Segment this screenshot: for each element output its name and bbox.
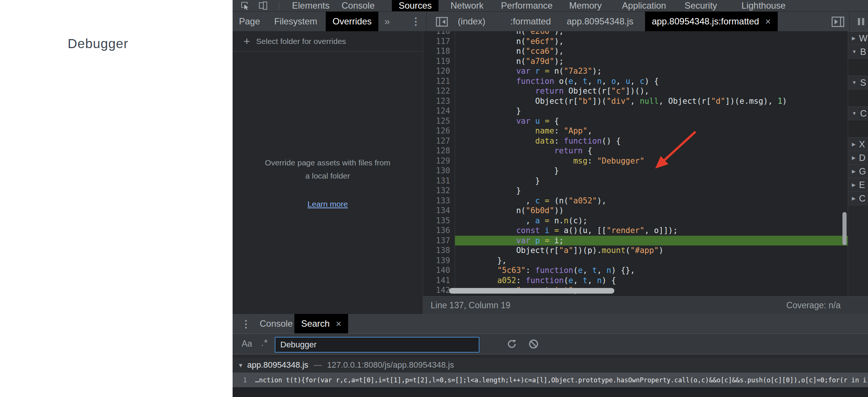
line-content[interactable]: } bbox=[455, 186, 848, 196]
line-content[interactable]: msg: "Debugger" bbox=[455, 156, 848, 166]
line-content[interactable]: , c = (n("a052"), bbox=[455, 196, 848, 206]
more-menu-icon[interactable]: ⋮ bbox=[411, 15, 421, 27]
line-content[interactable]: } bbox=[455, 166, 848, 176]
device-toolbar-icon[interactable] bbox=[259, 1, 268, 10]
learn-more-link[interactable]: Learn more bbox=[307, 200, 348, 208]
line-number[interactable]: 129 bbox=[423, 156, 455, 166]
line-number[interactable]: 138 bbox=[423, 245, 455, 256]
line-content[interactable]: n("e6cf"), bbox=[455, 36, 848, 47]
line-number[interactable]: 120 bbox=[423, 66, 455, 76]
line-number[interactable]: 121 bbox=[423, 76, 455, 86]
line-content[interactable]: n("e260"), bbox=[455, 31, 848, 36]
line-content[interactable]: var r = n("7a23"); bbox=[455, 66, 848, 76]
line-content[interactable]: const i = a()(u, [["render", o]]); bbox=[455, 226, 848, 236]
drawer-menu-icon[interactable]: ⋮ bbox=[241, 318, 251, 330]
sidebar-section-s-2[interactable]: ▼S bbox=[848, 76, 868, 89]
line-number[interactable]: 117 bbox=[423, 36, 455, 47]
close-icon[interactable]: × bbox=[336, 319, 341, 329]
line-content[interactable]: return Object(r["c"])(), bbox=[455, 86, 848, 96]
line-content[interactable]: n("a79d"); bbox=[455, 56, 848, 67]
nav-tab-filesystem[interactable]: Filesystem bbox=[268, 12, 324, 31]
refresh-icon[interactable] bbox=[507, 339, 517, 349]
line-number[interactable]: 134 bbox=[423, 206, 455, 216]
sidebar-section-c-8[interactable]: ▶C bbox=[848, 192, 868, 205]
tab-elements[interactable]: Elements bbox=[285, 0, 336, 11]
line-number[interactable]: 132 bbox=[423, 186, 455, 196]
line-number[interactable]: 118 bbox=[423, 46, 455, 56]
line-content[interactable]: var u = { bbox=[455, 116, 848, 126]
line-number[interactable]: 124 bbox=[423, 106, 455, 116]
close-icon[interactable]: × bbox=[765, 17, 771, 26]
sidebar-section-w-0[interactable]: ▶W bbox=[848, 32, 868, 45]
file-tab-index[interactable]: (index) bbox=[451, 12, 492, 31]
nav-tab-page[interactable]: Page bbox=[232, 12, 267, 31]
expand-triangle-icon[interactable]: ▼ bbox=[238, 362, 243, 368]
line-number[interactable]: 140 bbox=[423, 265, 455, 276]
tab-security[interactable]: Security bbox=[678, 0, 724, 11]
tab-network[interactable]: Network bbox=[444, 0, 490, 11]
tab-memory[interactable]: Memory bbox=[563, 0, 609, 11]
line-number[interactable]: 136 bbox=[423, 226, 455, 236]
tab-sources[interactable]: Sources bbox=[392, 0, 439, 11]
pause-script-icon[interactable] bbox=[856, 12, 868, 31]
line-number[interactable]: 123 bbox=[423, 96, 455, 106]
match-case-toggle[interactable]: Aa bbox=[242, 339, 252, 349]
line-content[interactable]: , a = n.n(c); bbox=[455, 216, 848, 226]
file-tab-app-80954348-js[interactable]: app.80954348.js bbox=[560, 12, 640, 31]
line-content[interactable]: a052: function(e, t, n) { bbox=[455, 276, 848, 286]
clear-icon[interactable] bbox=[528, 339, 539, 349]
line-content[interactable]: } bbox=[455, 106, 848, 116]
line-number[interactable]: 125 bbox=[423, 116, 455, 126]
line-content[interactable]: } bbox=[455, 176, 848, 186]
drawer-tab-search[interactable]: Search× bbox=[294, 314, 348, 333]
line-content[interactable]: function o(e, t, n, o, u, c) { bbox=[455, 76, 848, 86]
drawer-tab-console[interactable]: Console bbox=[253, 314, 299, 333]
nav-tab-overrides[interactable]: Overrides bbox=[326, 12, 378, 31]
line-content[interactable]: Object(r["b"])("div", null, Object(r["d"… bbox=[455, 96, 848, 106]
sidebar-section-x-4[interactable]: ▶X bbox=[848, 138, 868, 151]
line-number[interactable]: 130 bbox=[423, 166, 455, 176]
search-result-file-row[interactable]: ▼ app.80954348.js — 127.0.0.1:8080/js/ap… bbox=[233, 358, 868, 373]
sidebar-section-g-6[interactable]: ▶G bbox=[848, 165, 868, 178]
horizontal-scrollbar[interactable] bbox=[449, 288, 614, 294]
tab-performance[interactable]: Performance bbox=[494, 0, 559, 11]
show-sidebar-icon[interactable] bbox=[832, 17, 844, 27]
tab-console[interactable]: Console bbox=[335, 0, 381, 11]
line-content[interactable]: n("6b0d")) bbox=[455, 206, 848, 216]
tab-application[interactable]: Application bbox=[615, 0, 673, 11]
line-content[interactable]: return { bbox=[455, 146, 848, 156]
collapse-panel-icon[interactable] bbox=[436, 17, 448, 27]
line-content[interactable]: Object(r["a"])(p).mount("#app") bbox=[455, 245, 848, 256]
search-input[interactable] bbox=[275, 337, 479, 353]
sidebar-section-b-1[interactable]: ▼B bbox=[848, 45, 868, 59]
line-number[interactable]: 127 bbox=[423, 136, 455, 146]
inspect-element-icon[interactable] bbox=[240, 1, 250, 10]
line-number[interactable]: 119 bbox=[423, 56, 455, 67]
regex-toggle[interactable]: .* bbox=[261, 338, 268, 348]
line-number[interactable]: 122 bbox=[423, 86, 455, 96]
line-number[interactable]: 126 bbox=[423, 126, 455, 136]
tab-lighthouse[interactable]: Lighthouse bbox=[735, 0, 792, 11]
vertical-scrollbar[interactable] bbox=[842, 212, 847, 245]
line-number[interactable]: 116 bbox=[423, 31, 455, 36]
search-result-match-row[interactable]: 1 …nction t(t){for(var r,c,a=t[0],i=t[1]… bbox=[233, 373, 868, 387]
line-content[interactable]: data: function() { bbox=[455, 136, 848, 146]
sidebar-section-d-5[interactable]: ▶D bbox=[848, 151, 868, 165]
line-content[interactable]: name: "App", bbox=[455, 126, 848, 136]
line-number[interactable]: 141 bbox=[423, 276, 455, 286]
line-number[interactable]: 128 bbox=[423, 146, 455, 156]
file-tab-app-80954348-js-formatted[interactable]: app.80954348.js:formatted× bbox=[645, 12, 778, 31]
overflow-chevron-icon[interactable]: » bbox=[384, 16, 390, 27]
line-content[interactable]: "5c63": function(e, t, n) {}, bbox=[455, 265, 848, 276]
line-content[interactable]: n("cca6"), bbox=[455, 46, 848, 56]
file-tab-formatted[interactable]: :formatted bbox=[504, 12, 558, 31]
line-content[interactable]: var p = i; bbox=[455, 236, 848, 246]
line-number[interactable]: 131 bbox=[423, 176, 455, 186]
line-number[interactable]: 133 bbox=[423, 196, 455, 206]
line-number[interactable]: 135 bbox=[423, 216, 455, 226]
line-number[interactable]: 139 bbox=[423, 256, 455, 266]
sidebar-section-e-7[interactable]: ▶E bbox=[848, 178, 868, 192]
code-editor[interactable]: 116 n("e260"),117 n("e6cf"),118 n("cca6"… bbox=[423, 31, 848, 296]
line-content[interactable]: }, bbox=[455, 256, 848, 266]
line-number[interactable]: 137 bbox=[423, 236, 455, 246]
